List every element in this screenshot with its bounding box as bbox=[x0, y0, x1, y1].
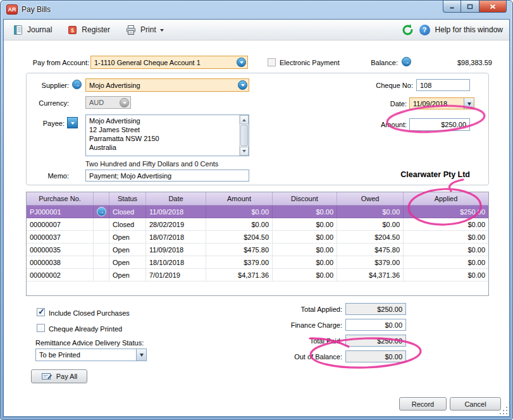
cell-status: Open bbox=[109, 269, 146, 281]
maximize-icon bbox=[467, 4, 473, 9]
row-detail-arrow-icon[interactable]: → bbox=[97, 207, 106, 216]
maximize-button[interactable] bbox=[461, 1, 479, 13]
table-row[interactable]: 00000035 Open 11/09/2018 $475.80 $0.00 $… bbox=[27, 244, 488, 256]
cell-detail-arrow bbox=[94, 244, 109, 256]
pay-all-label: Pay All bbox=[56, 373, 78, 380]
cell-date: 18/07/2018 bbox=[146, 231, 206, 243]
date-field[interactable]: 11/09/2018 bbox=[409, 97, 474, 109]
cell-detail-arrow[interactable]: → bbox=[94, 206, 109, 218]
cell-detail-arrow bbox=[94, 269, 109, 281]
cell-date: 7/01/2019 bbox=[146, 269, 206, 281]
cell-purchase-no: 00000038 bbox=[27, 256, 94, 268]
table-row[interactable]: 00000037 Open 18/07/2018 $204.50 $0.00 $… bbox=[27, 231, 488, 244]
cell-purchase-no: 00000002 bbox=[27, 269, 94, 281]
close-button[interactable] bbox=[479, 1, 507, 13]
amount-in-words: Two Hundred and Fifty Dollars and 0 Cent… bbox=[85, 160, 218, 168]
cell-purchase-no: PJ000001 bbox=[27, 206, 94, 218]
scroll-down-icon[interactable] bbox=[240, 147, 249, 156]
table-row[interactable]: 00000007 Closed 28/02/2019 $0.00 $0.00 $… bbox=[27, 218, 488, 231]
journal-label: Journal bbox=[27, 25, 52, 34]
cell-applied[interactable]: $0.00 bbox=[404, 244, 488, 256]
cell-discount: $0.00 bbox=[273, 256, 337, 268]
supplier-panel: Supplier: → Mojo Advertising Cheque No: … bbox=[26, 73, 489, 185]
remittance-dropdown-button[interactable] bbox=[136, 349, 146, 361]
refresh-icon[interactable] bbox=[401, 23, 414, 37]
cell-applied[interactable]: $0.00 bbox=[404, 218, 488, 230]
cell-applied[interactable]: $0.00 bbox=[404, 256, 488, 268]
currency-combo: AUD bbox=[85, 96, 131, 109]
header-applied: Applied bbox=[404, 192, 488, 205]
date-dropdown-button[interactable] bbox=[464, 98, 474, 109]
table-row[interactable]: PJ000001 → Closed 11/09/2018 $0.00 $0.00… bbox=[27, 206, 488, 218]
finance-charge-label: Finance Charge: bbox=[244, 321, 342, 330]
record-button[interactable]: Record bbox=[399, 397, 447, 411]
payee-scrollbar[interactable] bbox=[239, 115, 249, 156]
help-icon[interactable]: ? bbox=[419, 25, 430, 35]
chevron-down-icon bbox=[71, 122, 75, 127]
amount-field[interactable]: $250.00 bbox=[409, 118, 470, 131]
amount-label: Amount: bbox=[355, 120, 407, 129]
cell-purchase-no: 00000007 bbox=[27, 218, 94, 230]
help-label[interactable]: Help for this window bbox=[435, 25, 503, 34]
cancel-button[interactable]: Cancel bbox=[450, 397, 501, 411]
pay-from-account-combo[interactable]: 1-1110 General Cheque Account 1 bbox=[90, 56, 248, 69]
remittance-combo[interactable]: To be Printed bbox=[35, 349, 147, 361]
finance-charge-field[interactable]: $0.00 bbox=[345, 319, 406, 331]
balance-detail-arrow-icon[interactable]: → bbox=[402, 57, 411, 66]
toolbar: Journal $ Register Print bbox=[4, 20, 509, 40]
payee-dropdown-button[interactable] bbox=[67, 117, 78, 128]
payee-field[interactable]: Mojo Advertising 12 James Street Parrama… bbox=[85, 114, 249, 156]
chevron-down-icon bbox=[140, 354, 144, 359]
cell-discount: $0.00 bbox=[273, 231, 337, 243]
remittance-label: Remittance Advice Delivery Status: bbox=[35, 338, 144, 347]
include-closed-purchases-checkbox[interactable] bbox=[37, 308, 45, 316]
toolbar-right: ? Help for this window bbox=[401, 23, 503, 37]
table-row[interactable]: 00000038 Open 18/10/2018 $379.00 $0.00 $… bbox=[27, 256, 488, 269]
currency-dropdown-icon bbox=[120, 98, 129, 108]
supplier-detail-arrow-icon[interactable]: → bbox=[72, 80, 82, 89]
supplier-combo[interactable]: Mojo Advertising bbox=[85, 78, 249, 92]
total-paid-label: Total Paid: bbox=[244, 337, 342, 345]
cell-owed: $204.50 bbox=[337, 231, 404, 243]
pay-from-account-dropdown-icon[interactable] bbox=[237, 58, 246, 67]
cell-status: Open bbox=[109, 244, 146, 256]
register-button[interactable]: $ Register bbox=[65, 23, 113, 37]
cell-status: Closed bbox=[109, 206, 146, 218]
cell-discount: $0.00 bbox=[273, 244, 337, 256]
electronic-payment-checkbox[interactable] bbox=[268, 58, 276, 66]
journal-button[interactable]: Journal bbox=[10, 23, 54, 37]
pay-from-account-label: Pay from Account: bbox=[4, 58, 89, 67]
pay-all-button[interactable]: Pay All bbox=[31, 369, 87, 383]
cell-date: 11/09/2018 bbox=[146, 206, 206, 218]
header-amount: Amount bbox=[206, 192, 273, 205]
record-label: Record bbox=[412, 400, 434, 408]
cell-applied[interactable]: $0.00 bbox=[404, 231, 488, 243]
chevron-down-icon bbox=[123, 102, 127, 106]
resize-grip[interactable] bbox=[499, 406, 507, 414]
cell-amount: $0.00 bbox=[206, 206, 273, 218]
currency-label: Currency: bbox=[27, 99, 69, 108]
pay-from-account-value: 1-1110 General Cheque Account 1 bbox=[94, 59, 234, 66]
minimize-button[interactable] bbox=[443, 1, 461, 13]
balance-label: Balance: bbox=[333, 58, 398, 67]
cell-applied[interactable]: $250.00 bbox=[404, 206, 488, 218]
payee-label: Payee: bbox=[27, 119, 65, 128]
supplier-label: Supplier: bbox=[27, 81, 69, 90]
cell-owed: $4,371.36 bbox=[337, 269, 404, 281]
supplier-dropdown-icon[interactable] bbox=[238, 80, 247, 90]
cheque-no-field[interactable]: 108 bbox=[416, 79, 470, 91]
scrollbar-thumb[interactable] bbox=[240, 125, 248, 146]
print-button[interactable]: Print bbox=[123, 23, 166, 37]
cell-detail-arrow bbox=[94, 256, 109, 268]
scroll-up-icon[interactable] bbox=[240, 115, 249, 124]
table-row[interactable]: 00000002 Open 7/01/2019 $4,371.36 $0.00 … bbox=[27, 269, 488, 281]
date-label: Date: bbox=[355, 99, 407, 108]
cell-purchase-no: 00000035 bbox=[27, 244, 94, 256]
memo-field[interactable]: Payment; Mojo Advertising bbox=[85, 170, 249, 182]
cheque-already-printed-checkbox[interactable] bbox=[37, 324, 45, 332]
cell-date: 11/09/2018 bbox=[146, 244, 206, 256]
print-label: Print bbox=[140, 25, 156, 34]
header-owed: Owed bbox=[337, 192, 404, 205]
remittance-value: To be Printed bbox=[36, 351, 136, 359]
cell-applied[interactable]: $0.00 bbox=[404, 269, 488, 281]
